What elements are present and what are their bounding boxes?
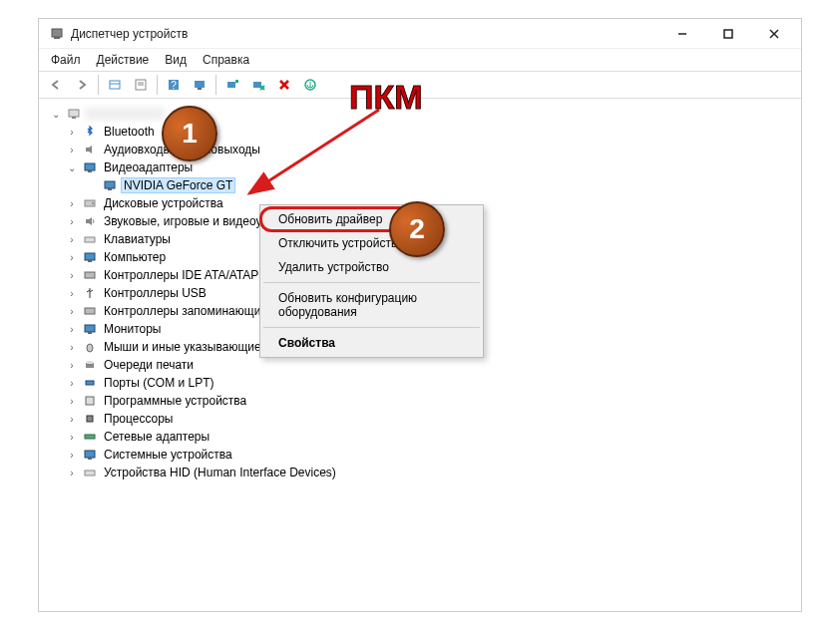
software-icon bbox=[82, 393, 98, 409]
svg-point-34 bbox=[87, 344, 93, 352]
svg-rect-36 bbox=[87, 361, 93, 364]
ctx-scan-hardware[interactable]: Обновить конфигурацию оборудования bbox=[262, 286, 481, 324]
svg-rect-13 bbox=[195, 81, 205, 88]
tree-item-label: Компьютер bbox=[101, 249, 169, 265]
menu-action[interactable]: Действие bbox=[89, 51, 158, 69]
system-icon bbox=[82, 447, 98, 463]
cpu-icon bbox=[82, 411, 98, 427]
svg-rect-33 bbox=[88, 332, 92, 334]
back-button[interactable] bbox=[44, 73, 68, 97]
svg-rect-28 bbox=[85, 253, 95, 260]
tree-item-label: Программные устройства bbox=[101, 393, 249, 409]
expand-icon[interactable]: › bbox=[65, 304, 79, 318]
expand-icon[interactable]: ⌄ bbox=[49, 107, 63, 121]
expand-icon[interactable]: › bbox=[65, 143, 79, 157]
ctx-update-driver[interactable]: Обновить драйвер bbox=[262, 207, 481, 231]
expand-icon[interactable]: › bbox=[65, 250, 79, 264]
tree-item-software[interactable]: › Программные устройства bbox=[47, 392, 793, 410]
context-menu: Обновить драйвер Отключить устройство Уд… bbox=[259, 204, 484, 358]
tree-item-label: Контроллеры IDE ATA/ATAPI bbox=[101, 267, 265, 283]
tree-item-hid[interactable]: › Устройства HID (Human Interface Device… bbox=[47, 464, 793, 481]
tree-item-processors[interactable]: › Процессоры bbox=[47, 410, 793, 428]
disable-device-button[interactable] bbox=[246, 73, 270, 97]
tree-item-network[interactable]: › Сетевые адаптеры bbox=[47, 428, 793, 446]
tree-item-label: Сетевые адаптеры bbox=[101, 429, 212, 445]
expand-icon[interactable]: › bbox=[65, 268, 79, 282]
tree-item-label: Системные устройства bbox=[101, 447, 235, 463]
mouse-icon bbox=[82, 339, 98, 355]
help-button[interactable]: ? bbox=[162, 73, 186, 97]
expand-icon[interactable]: › bbox=[65, 322, 79, 336]
tree-item-ports[interactable]: › Порты (COM и LPT) bbox=[47, 374, 793, 392]
tree-item-nvidia[interactable]: NVIDIA GeForce GT bbox=[47, 176, 793, 194]
ctx-separator bbox=[263, 327, 480, 328]
tree-item-label: Процессоры bbox=[101, 411, 177, 427]
expand-icon[interactable]: › bbox=[65, 286, 79, 300]
svg-rect-20 bbox=[72, 117, 76, 119]
show-hidden-button[interactable] bbox=[103, 73, 127, 97]
tree-root-label bbox=[85, 108, 165, 120]
expand-icon[interactable]: › bbox=[65, 448, 79, 462]
svg-point-26 bbox=[92, 202, 94, 204]
status-bar bbox=[39, 589, 801, 611]
expand-icon[interactable]: › bbox=[65, 196, 79, 210]
ctx-uninstall-device[interactable]: Удалить устройство bbox=[262, 255, 481, 279]
expand-icon[interactable]: › bbox=[65, 376, 79, 390]
display-adapter-icon bbox=[102, 177, 118, 193]
tree-item-label: Клавиатуры bbox=[101, 231, 174, 247]
tree-item-display-adapters[interactable]: ⌄ Видеоадаптеры bbox=[47, 158, 793, 176]
expand-icon[interactable]: › bbox=[65, 430, 79, 444]
app-icon bbox=[49, 26, 65, 42]
svg-rect-38 bbox=[86, 397, 94, 405]
window-title: Диспетчер устройств bbox=[71, 27, 188, 41]
expand-icon[interactable]: › bbox=[65, 358, 79, 372]
tree-item-label: Контроллеры USB bbox=[101, 285, 210, 301]
minimize-button[interactable] bbox=[659, 19, 705, 49]
monitor-icon bbox=[82, 321, 98, 337]
menu-help[interactable]: Справка bbox=[195, 51, 257, 69]
forward-button[interactable] bbox=[70, 73, 94, 97]
expand-icon[interactable]: › bbox=[65, 412, 79, 426]
properties-button[interactable] bbox=[129, 73, 153, 97]
svg-rect-14 bbox=[198, 88, 202, 90]
storage-icon bbox=[82, 303, 98, 319]
printer-icon bbox=[82, 357, 98, 373]
tree-item-print[interactable]: › Очереди печати bbox=[47, 356, 793, 374]
expand-icon[interactable]: › bbox=[65, 340, 79, 354]
tree-item-audio[interactable]: › Аудиовходы и аудиовыходы bbox=[47, 141, 793, 158]
update-driver-button[interactable] bbox=[220, 73, 244, 97]
expand-icon[interactable]: ⌄ bbox=[65, 160, 79, 174]
network-icon bbox=[82, 429, 98, 445]
ctx-properties[interactable]: Свойства bbox=[262, 331, 481, 355]
add-legacy-button[interactable] bbox=[298, 73, 322, 97]
expand-icon[interactable]: › bbox=[65, 125, 79, 139]
svg-rect-43 bbox=[85, 471, 95, 475]
svg-rect-30 bbox=[85, 272, 95, 278]
expand-icon[interactable]: › bbox=[65, 394, 79, 408]
menu-file[interactable]: Файл bbox=[43, 51, 89, 69]
titlebar: Диспетчер устройств bbox=[39, 19, 801, 49]
tree-item-label: Мониторы bbox=[101, 321, 164, 337]
ctx-disable-device[interactable]: Отключить устройство bbox=[262, 231, 481, 255]
svg-text:?: ? bbox=[171, 80, 177, 91]
tree-item-bluetooth[interactable]: › Bluetooth bbox=[47, 123, 793, 141]
svg-rect-23 bbox=[105, 181, 115, 188]
maximize-button[interactable] bbox=[705, 19, 751, 49]
close-button[interactable] bbox=[751, 19, 797, 49]
scan-hardware-button[interactable] bbox=[188, 73, 211, 97]
tree-item-label: Очереди печати bbox=[101, 357, 197, 373]
sound-icon bbox=[82, 213, 98, 229]
uninstall-device-button[interactable] bbox=[272, 73, 296, 97]
expand-icon[interactable]: › bbox=[65, 214, 79, 228]
menu-view[interactable]: Вид bbox=[157, 51, 195, 69]
annotation-badge-1: 1 bbox=[162, 106, 217, 161]
svg-rect-15 bbox=[227, 82, 235, 88]
svg-rect-3 bbox=[724, 30, 732, 38]
expand-icon[interactable]: › bbox=[65, 232, 79, 246]
audio-icon bbox=[82, 142, 98, 158]
tree-item-system[interactable]: › Системные устройства bbox=[47, 446, 793, 464]
computer-icon bbox=[82, 249, 98, 265]
disk-icon bbox=[82, 195, 98, 211]
usb-icon bbox=[82, 285, 98, 301]
expand-icon[interactable]: › bbox=[65, 466, 79, 479]
